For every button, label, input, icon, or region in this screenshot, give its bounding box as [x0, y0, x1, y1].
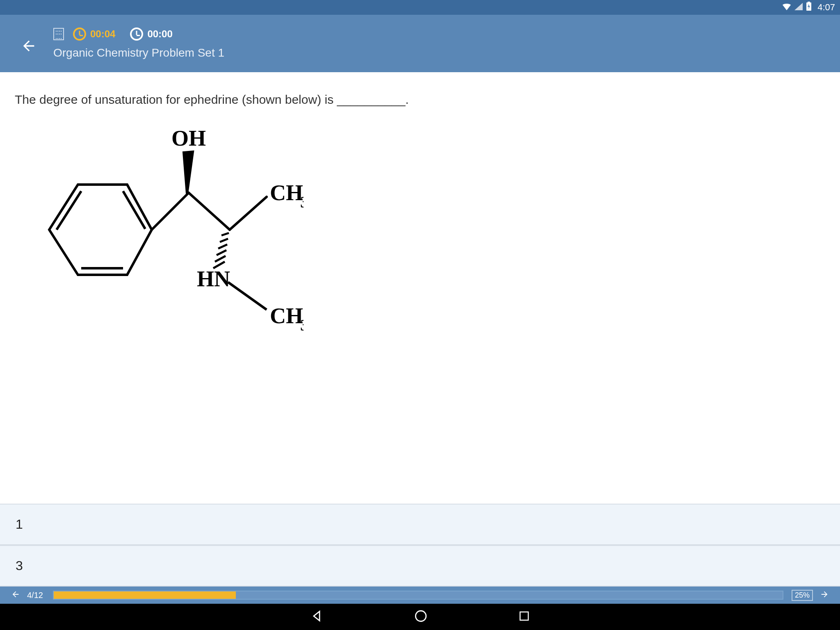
- elapsed-timer: 00:04: [73, 27, 115, 41]
- progress-fill: [54, 591, 236, 599]
- molecule-diagram: OH CH 3 HN CH 3: [0, 119, 840, 373]
- battery-icon: [806, 2, 812, 13]
- clock-icon: [130, 27, 143, 41]
- question-counter: 4/12: [27, 591, 43, 600]
- status-bar: 4:07: [0, 0, 840, 15]
- svg-line-16: [228, 282, 267, 310]
- svg-line-12: [218, 244, 227, 249]
- back-button[interactable]: [21, 38, 37, 56]
- svg-line-11: [220, 239, 228, 242]
- android-nav-bar: [0, 604, 840, 630]
- ch3-top-label: CH: [270, 180, 303, 205]
- svg-rect-1: [808, 2, 810, 3]
- wifi-icon: [782, 2, 791, 13]
- svg-line-8: [189, 193, 230, 230]
- oh-label: OH: [171, 127, 206, 151]
- main-content: The degree of unsaturation for ephedrine…: [0, 72, 840, 587]
- answer-option-3[interactable]: 3: [0, 545, 840, 587]
- progress-bar: [53, 591, 783, 600]
- svg-line-10: [221, 233, 229, 235]
- svg-line-14: [215, 256, 226, 262]
- timer-row: 00:04 00:00: [53, 27, 224, 41]
- nav-home-button[interactable]: [414, 609, 428, 625]
- status-time: 4:07: [817, 2, 835, 13]
- next-question-button[interactable]: [819, 590, 830, 601]
- answer-option-label: 1: [16, 517, 23, 532]
- svg-line-6: [152, 193, 189, 230]
- svg-line-9: [230, 197, 267, 230]
- remaining-timer: 00:00: [130, 27, 172, 41]
- question-text: The degree of unsaturation for ephedrine…: [0, 72, 840, 119]
- nav-recent-button[interactable]: [518, 610, 530, 624]
- svg-marker-7: [184, 152, 193, 194]
- svg-rect-18: [520, 612, 528, 620]
- clock-icon: [73, 27, 86, 41]
- signal-icon: [794, 2, 803, 13]
- answer-option-1[interactable]: 1: [0, 504, 840, 545]
- page-title: Organic Chemistry Problem Set 1: [53, 46, 224, 59]
- document-icon: [53, 28, 64, 40]
- progress-footer: 4/12 25%: [0, 587, 840, 604]
- ch3-top-sub: 3: [300, 193, 304, 211]
- ch3-bot-label: CH: [270, 304, 303, 328]
- svg-line-13: [217, 250, 226, 255]
- nav-back-button[interactable]: [310, 609, 324, 625]
- elapsed-time-label: 00:04: [90, 28, 115, 40]
- answer-option-label: 3: [16, 558, 23, 573]
- progress-percent: 25%: [792, 590, 813, 601]
- ch3-bot-sub: 3: [300, 316, 304, 334]
- app-bar: 00:04 00:00 Organic Chemistry Problem Se…: [0, 15, 840, 72]
- svg-marker-2: [49, 185, 152, 275]
- remaining-time-label: 00:00: [147, 28, 172, 40]
- hn-label: HN: [197, 267, 230, 291]
- answers-list: 1 3: [0, 504, 840, 587]
- prev-question-button[interactable]: [10, 590, 21, 601]
- svg-point-17: [415, 611, 426, 621]
